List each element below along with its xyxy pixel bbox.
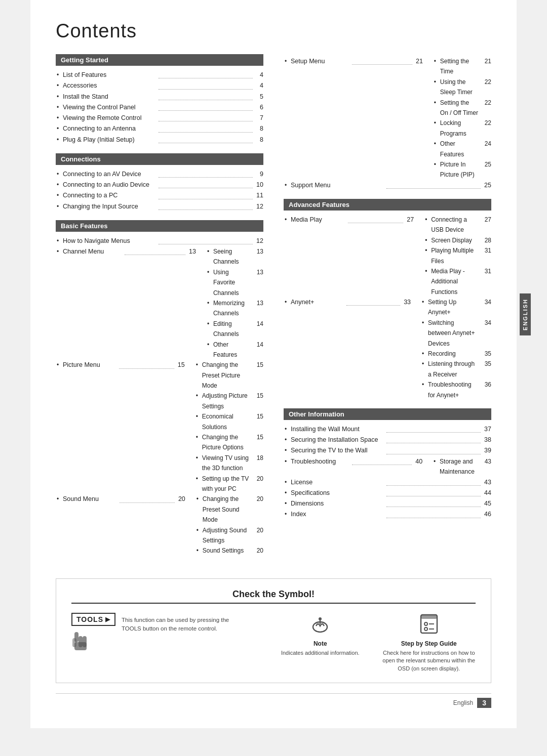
list-item: Connecting a USB Device27 [424,215,491,235]
getting-started-list: List of Features 4 Accessories 4 Install… [56,70,263,145]
note-label: Note [314,640,327,647]
page-number: 3 [477,698,491,708]
section-header-connections: Connections [56,153,263,165]
list-item: Specifications 44 [284,488,491,498]
list-item: Picture In Picture (PIP)25 [433,159,491,180]
basic-features-list: How to Navigate Menus 12 Channel Menu 13… [56,236,263,556]
tools-arrow-icon: ▶ [105,616,110,623]
list-item: Channel Menu 13 Seeing Channels13 Using … [56,246,263,360]
guide-desc: Check here for instructions on how to op… [382,649,476,673]
list-item: Sound Menu 20 Changing the Preset Sound … [56,494,263,556]
list-item: Troubleshooting for Anynet+36 [421,380,491,400]
english-tab: ENGLISH [520,293,531,335]
right-column: Setup Menu 21 Setting the Time21 Using t… [284,54,491,558]
toc-columns: Getting Started List of Features 4 Acces… [56,54,491,558]
symbol-row: TOOLS ▶ This function can [71,613,476,673]
list-item: Locking Programs22 [433,118,491,139]
tools-symbol-item: TOOLS ▶ This function can [71,613,258,659]
list-item: Media Play 27 Connecting a USB Device27 … [284,215,491,297]
svg-point-6 [319,617,322,620]
list-item: Securing the TV to the Wall 39 [284,445,491,456]
list-item: Setting the Time21 [433,56,491,77]
setup-menu-sublist: Setting the Time21 Using the Sleep Timer… [423,56,491,180]
note-desc: Indicates additional information. [281,649,360,657]
svg-rect-4 [74,642,87,650]
list-item: Setting Up Anynet+34 [421,297,491,318]
check-symbol-box: Check the Symbol! TOOLS ▶ [56,578,491,683]
guide-symbol-item: Step by Step Guide Check here for instru… [382,613,476,673]
list-item: Switching between Anynet+ Devices34 [421,318,491,349]
channel-menu-sublist: Seeing Channels13 Using Favorite Channel… [196,246,263,360]
list-item: Changing the Preset Sound Mode20 [196,494,263,525]
list-item: Listening through a Receiver35 [421,359,491,380]
list-item: Plug & Play (Initial Setup) 8 [56,135,263,145]
left-column: Getting Started List of Features 4 Acces… [56,54,263,558]
list-item: List of Features 4 [56,70,263,80]
list-item: Editing Channels14 [206,319,263,340]
svg-point-10 [424,622,427,625]
list-item: Support Menu 25 [284,180,491,191]
list-item: Screen Display28 [424,235,491,245]
list-item: Picture Menu 15 Changing the Preset Pict… [56,360,263,494]
list-item: Anynet+ 33 Setting Up Anynet+34 Switchin… [284,297,491,400]
other-information-list: Installing the Wall Mount 37 Securing th… [284,424,491,520]
setup-list: Setup Menu 21 Setting the Time21 Using t… [284,56,491,191]
list-item: How to Navigate Menus 12 [56,236,263,246]
list-item: Memorizing Channels13 [206,298,263,319]
list-item: Playing Multiple Files31 [424,245,491,266]
anynet-sublist: Setting Up Anynet+34 Switching between A… [411,297,491,400]
list-item: Media Play - Additional Functions31 [424,266,491,297]
list-item: Adjusting Sound Settings20 [196,525,263,546]
list-item: Recording35 [421,349,491,359]
list-item: Viewing the Control Panel 6 [56,102,263,113]
page-container: ENGLISH Contents Getting Started List of… [30,0,517,728]
list-item: Troubleshooting 40 Storage and Maintenan… [284,456,491,477]
section-header-other-information: Other Information [284,408,491,420]
tools-icon-block: TOOLS ▶ [71,613,115,659]
list-item: Connecting to an Audio Device 10 [56,180,263,190]
list-item: Installing the Wall Mount 37 [284,424,491,435]
list-item: Index 46 [284,509,491,520]
list-item: Using the Sleep Timer22 [433,77,491,98]
footer-lang: English [453,699,473,706]
list-item: Changing the Preset Picture Mode15 [195,360,263,391]
list-item: Connecting to an AV Device 9 [56,169,263,180]
setup-support-section: Setup Menu 21 Setting the Time21 Using t… [284,56,491,191]
list-item: Setting up the TV with your PC20 [195,474,263,494]
hand-icon [71,631,115,659]
list-item: Connecting to a PC 11 [56,190,263,201]
media-play-sublist: Connecting a USB Device27 Screen Display… [414,215,491,297]
list-item: Accessories 4 [56,80,263,91]
section-header-getting-started: Getting Started [56,54,263,66]
list-item: Connecting to an Antenna 8 [56,123,263,134]
list-item: Changing the Picture Options15 [195,432,263,453]
check-symbol-title: Check the Symbol! [71,589,476,604]
tools-label: TOOLS [76,615,103,623]
page-footer: English 3 [56,693,491,708]
list-item: Dimensions 45 [284,498,491,509]
advanced-features-list: Media Play 27 Connecting a USB Device27 … [284,215,491,400]
list-item: Sound Settings20 [196,545,263,556]
section-header-basic-features: Basic Features [56,220,263,232]
list-item: Viewing the Remote Control 7 [56,113,263,123]
guide-label: Step by Step Guide [401,640,457,647]
page-title: Contents [56,20,491,42]
troubleshooting-sublist: Storage and Maintenance43 [422,456,491,477]
list-item: Adjusting Picture Settings15 [195,391,263,411]
list-item: Other Features24 [433,139,491,159]
tools-badge: TOOLS ▶ [71,613,115,626]
svg-rect-9 [421,615,437,619]
list-item: Seeing Channels13 [206,246,263,267]
list-item: Install the Stand 5 [56,92,263,102]
list-item: Viewing TV using the 3D function18 [195,453,263,474]
picture-menu-sublist: Changing the Preset Picture Mode15 Adjus… [185,360,263,494]
list-item: Using Favorite Channels13 [206,267,263,298]
list-item: Changing the Input Source 12 [56,201,263,212]
guide-icon [418,613,440,638]
list-item: Other Features14 [206,340,263,360]
list-item: License 43 [284,477,491,488]
connections-list: Connecting to an AV Device 9 Connecting … [56,169,263,212]
tools-desc: This function can be used by pressing th… [122,616,229,634]
svg-point-12 [424,627,427,631]
section-header-advanced-features: Advanced Features [284,199,491,211]
